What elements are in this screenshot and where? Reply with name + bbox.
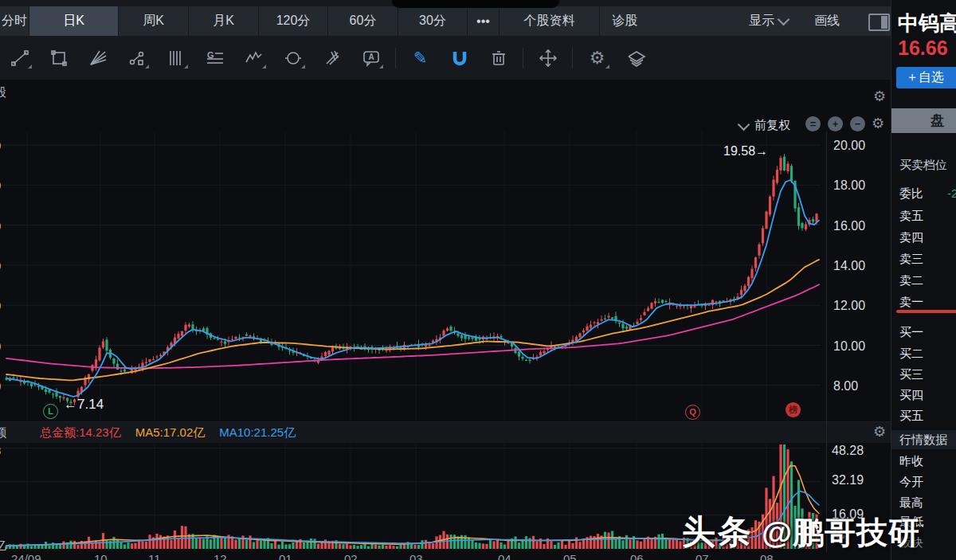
tab-3[interactable]: 月K — [188, 6, 258, 36]
quote-row-买二[interactable]: 买二 — [899, 347, 923, 362]
svg-text:A: A — [368, 53, 374, 61]
volume-header: 总金额:14.23亿MA5:17.02亿MA10:21.25亿 — [0, 421, 891, 443]
volume-label-2: MA10:21.25亿 — [219, 425, 296, 441]
x-axis-month-label: 06 — [630, 552, 644, 560]
chevron-down-icon — [778, 14, 790, 26]
price-axis-label: 20.00 — [833, 139, 865, 153]
price-divider-line — [896, 310, 956, 313]
quote-row-委比[interactable]: 委比 — [899, 186, 923, 202]
quote-row-卖二[interactable]: 卖二 — [899, 273, 923, 288]
rank-badge: 榜 — [786, 402, 801, 417]
text-annotation-tool[interactable]: A — [351, 42, 390, 74]
panel-toggle-icon[interactable] — [868, 14, 890, 31]
weibi-value: -2 — [947, 186, 956, 200]
rectangle-tool[interactable] — [39, 42, 78, 74]
tab-2[interactable]: 周K — [118, 6, 188, 36]
display-menu[interactable]: 显示 — [749, 6, 788, 36]
quote-row-卖五[interactable]: 卖五 — [899, 209, 923, 224]
tab-8[interactable]: 个股资料 — [499, 6, 599, 36]
quote-row-今开[interactable]: 今开 — [899, 475, 923, 490]
watermark: 头条@鹏哥技研 — [682, 510, 920, 554]
tab-1[interactable]: 日K — [29, 6, 118, 36]
quote-panel: 中钨高 16.66 ＋自选 盘 买卖档位委比卖五卖四卖三卖二卖一买一买二买三买四… — [891, 0, 956, 560]
price-axis-label: 18.00 — [833, 178, 865, 193]
add-watchlist-button[interactable]: ＋自选 — [896, 67, 956, 88]
volume-label-1: MA5:17.02亿 — [135, 425, 206, 441]
quote-row-昨收[interactable]: 昨收 — [899, 454, 923, 469]
zoom-in-button[interactable]: + — [828, 116, 843, 131]
reset-zoom-button[interactable]: = — [805, 116, 821, 131]
zoom-out-button[interactable]: − — [850, 116, 865, 131]
delete-tool[interactable] — [479, 42, 518, 74]
tab-7[interactable]: ••• — [467, 6, 499, 36]
watermark-brand: 头条 — [682, 513, 754, 550]
quote-row-买四[interactable]: 买四 — [899, 388, 923, 403]
pencil-tool[interactable]: ✎ — [401, 42, 440, 74]
clipped-label-fragment: 额 — [0, 425, 6, 441]
price-axis-label: 14.00 — [833, 259, 865, 273]
x-axis-month-label: 12 — [214, 552, 227, 560]
clipped-label-fragment: 0 — [0, 259, 1, 272]
layers-tool[interactable] — [617, 42, 656, 74]
wave-tool[interactable] — [234, 42, 273, 74]
trading-app-window: 分时日K周K月K120分60分30分•••个股资料诊股 显示 画线 G — [0, 0, 956, 560]
x-axis-month-label: 11 — [148, 552, 161, 560]
stock-name: 中钨高 — [898, 10, 956, 37]
price-axis-label: 8.00 — [833, 379, 858, 394]
quote-row-买卖档位[interactable]: 买卖档位 — [899, 158, 947, 173]
tab-order-book[interactable]: 盘 — [891, 108, 956, 133]
axis-divider — [826, 131, 827, 552]
chart-settings-icon[interactable]: ⚙ — [873, 89, 886, 104]
clipped-label-fragment: 0 — [0, 379, 1, 393]
cycle-lines-tool[interactable] — [156, 42, 195, 74]
top-notch — [392, 0, 559, 8]
tab-5[interactable]: 60分 — [327, 6, 398, 36]
quote-row-卖三[interactable]: 卖三 — [899, 252, 923, 267]
quote-row-买一[interactable]: 买一 — [899, 325, 923, 340]
clipped-label-fragment: 股 — [0, 85, 6, 100]
x-axis-month-label: 04 — [498, 552, 511, 560]
tab-4[interactable]: 120分 — [258, 6, 327, 36]
tab-6[interactable]: 30分 — [398, 6, 467, 36]
quote-row-买三[interactable]: 买三 — [899, 367, 923, 382]
tab-0[interactable]: 分时 — [0, 6, 29, 36]
x-axis-month-label: 01 — [279, 552, 292, 560]
price-axis-label: 16.00 — [833, 219, 865, 233]
move-tool[interactable] — [528, 42, 567, 74]
section-header-market-data: 行情数据 — [891, 430, 956, 449]
x-axis-month-label: 10 — [94, 552, 108, 560]
price-axis-label: 10.00 — [833, 339, 865, 354]
draw-line-label: 画线 — [814, 13, 840, 29]
volume-axis-label: 32.19 — [832, 473, 864, 488]
trend-line-tool[interactable] — [0, 42, 39, 74]
clipped-label-fragment: 亿 — [0, 538, 6, 554]
quote-row-卖一[interactable]: 卖一 — [899, 295, 923, 310]
gann-grid-tool[interactable]: G — [195, 42, 234, 74]
volume-label-0: 总金额:14.23亿 — [40, 425, 121, 441]
circle-shape-tool[interactable] — [273, 42, 312, 74]
candlestick-chart[interactable] — [0, 131, 826, 421]
clipped-label-fragment: 8 — [0, 444, 1, 457]
q-marker-badge: Q — [685, 405, 700, 420]
ma-settings-icon[interactable]: ⚙ — [872, 116, 884, 131]
x-axis-month-label: 02 — [344, 552, 358, 560]
fork-lines-tool[interactable] — [312, 42, 351, 74]
x-axis-month-label: 24/09 — [11, 552, 41, 560]
magnet-tool[interactable] — [440, 42, 479, 74]
quote-row-买五[interactable]: 买五 — [899, 409, 923, 424]
quote-row-最高[interactable]: 最高 — [899, 495, 923, 511]
toolbar-settings-icon[interactable]: ⚙ — [578, 42, 617, 74]
drawing-toolbar: G A ✎ ⚙ — [0, 36, 891, 80]
clipped-label-fragment: 0 — [0, 219, 1, 233]
display-label: 显示 — [749, 13, 774, 29]
low-price-annotation: ←7.14 — [64, 397, 104, 413]
l-marker-badge: L — [43, 404, 58, 419]
gann-fan-tool[interactable] — [78, 42, 117, 74]
clipped-label-fragment: 0 — [0, 299, 1, 312]
volume-ma-labels: 总金额:14.23亿MA5:17.02亿MA10:21.25亿 — [40, 425, 296, 441]
quote-row-卖四[interactable]: 卖四 — [899, 230, 923, 245]
tab-9[interactable]: 诊股 — [599, 6, 650, 36]
pitchfork-tool[interactable] — [117, 42, 156, 74]
draw-line-button[interactable]: 画线 — [814, 6, 840, 36]
volume-settings-icon[interactable]: ⚙ — [873, 425, 886, 439]
